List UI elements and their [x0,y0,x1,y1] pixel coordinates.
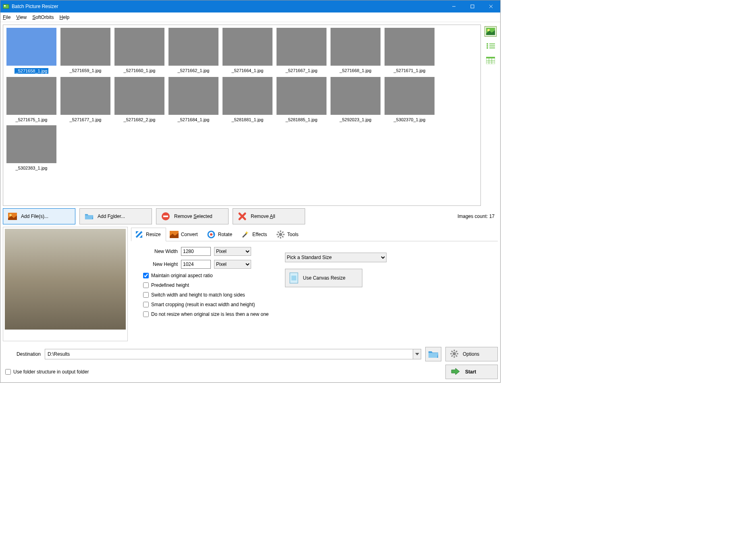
thumbnail-label: _5271684_1.jpg [178,117,210,122]
tab-convert[interactable]: Convert [166,227,203,241]
options-button[interactable]: Options [445,347,498,361]
thumbnail-image [385,77,435,115]
thumbnail-image [60,77,110,115]
rotate-icon [207,230,216,239]
destination-input[interactable] [45,349,413,359]
do-not-resize-checkbox[interactable]: Do not resize when original size is less… [143,311,269,317]
thumbnail-image [114,77,164,115]
new-width-label: New Width [143,249,178,254]
thumbnail-item[interactable]: _5271684_1.jpg [167,76,220,123]
svg-point-28 [210,233,212,236]
view-thumbnails-button[interactable] [485,26,497,37]
svg-point-40 [453,352,456,355]
bottom-row: Use folder structure in output folder St… [0,363,500,382]
thumbnail-item[interactable]: _5271667_1.jpg [275,27,328,75]
menu-file[interactable]: File [3,15,10,20]
thumbnail-panel[interactable]: _5271658_1.jpg_5271659_1.jpg_5271660_1.j… [3,25,481,206]
destination-combo[interactable] [45,349,421,359]
thumbnail-label: _5281881_1.jpg [232,117,264,122]
tab-effects[interactable]: Effects [237,227,272,241]
app-icon [3,3,9,10]
predefined-height-checkbox[interactable]: Predefined height [143,282,269,288]
actions-row: Add File(s)... Add Folder... Remove Sele… [0,206,500,227]
effects-icon [241,230,250,239]
remove-selected-button[interactable]: Remove Selected [156,208,229,224]
standard-size-select[interactable]: Pick a Standard Size [285,253,387,262]
add-folder-button[interactable]: Add Folder... [79,208,152,224]
thumbnail-label: _5271667_1.jpg [286,68,318,73]
thumbnail-label: _5271668_1.jpg [340,68,372,73]
chevron-down-icon[interactable] [413,349,421,359]
titlebar: Batch Picture Resizer [0,0,500,12]
height-unit-select[interactable]: Pixel [214,260,251,269]
thumbnail-item[interactable]: _5271668_1.jpg [329,27,382,75]
view-toolbar [483,25,498,206]
convert-icon [170,230,179,239]
thumbnail-item[interactable]: _5271671_1.jpg [383,27,436,75]
destination-label: Destination [3,351,41,357]
menu-view[interactable]: View [16,15,27,20]
thumbnail-image [331,77,381,115]
window-title: Batch Picture Resizer [12,4,445,9]
new-width-input[interactable] [181,247,211,256]
thumbnail-image [223,28,272,66]
thumbnail-item[interactable]: _5271662_1.jpg [167,27,220,75]
new-height-input[interactable] [181,260,211,269]
thumbnail-item[interactable]: _5271664_1.jpg [221,27,274,75]
svg-line-36 [282,232,283,233]
thumbnail-label: _5292023_1.jpg [340,117,372,122]
images-count-label: Images count: 17 [458,214,498,219]
new-height-label: New Height [143,261,178,267]
use-folder-structure-checkbox[interactable]: Use folder structure in output folder [5,369,89,375]
window-controls [445,0,500,12]
tab-rotate[interactable]: Rotate [203,227,237,241]
close-button[interactable] [482,0,500,12]
svg-line-48 [451,355,453,357]
start-button[interactable]: Start [445,365,498,379]
resize-icon [135,230,143,239]
thumbnail-label: _5302383_1.jpg [16,166,48,170]
svg-line-34 [278,232,279,233]
thumbnail-item[interactable]: _5271682_2.jpg [113,76,166,123]
switch-wh-checkbox[interactable]: Switch width and height to match long si… [143,292,269,298]
width-unit-select[interactable]: Pixel [214,247,251,256]
thumbnail-label: _5271659_1.jpg [70,68,102,73]
svg-rect-9 [489,44,495,44]
thumbnail-item[interactable]: _5302383_1.jpg [5,124,58,171]
maintain-ratio-checkbox[interactable]: Maintain original aspect ratio [143,273,269,278]
thumbnail-item[interactable]: _5302370_1.jpg [383,76,436,123]
minimize-button[interactable] [445,0,463,12]
svg-line-47 [456,351,457,352]
folder-icon [85,212,94,221]
maximize-button[interactable] [463,0,482,12]
thumbnail-item[interactable]: _5271658_1.jpg [5,27,58,75]
remove-icon [161,212,170,221]
svg-line-35 [282,236,283,237]
thumbnail-item[interactable]: _5281885_1.jpg [275,76,328,123]
thumbnail-item[interactable]: _5271659_1.jpg [59,27,112,75]
view-details-button[interactable] [485,55,497,66]
thumbnail-item[interactable]: _5271677_1.jpg [59,76,112,123]
menubar: File View SoftOrbits Help [0,12,500,22]
lower-section: Resize Convert Rotate Effects Tools [0,227,500,344]
thumbnail-label: _5302370_1.jpg [394,117,426,122]
view-list-button[interactable] [485,41,497,51]
thumbnail-item[interactable]: _5271675_1.jpg [5,76,58,123]
remove-all-button[interactable]: Remove All [233,208,305,224]
thumbnail-item[interactable]: _5292023_1.jpg [329,76,382,123]
menu-help[interactable]: Help [60,15,70,20]
thumbnail-image [6,77,56,115]
svg-rect-14 [486,57,495,58]
thumbnail-item[interactable]: _5281881_1.jpg [221,76,274,123]
svg-line-45 [451,351,453,352]
thumbnail-image [114,28,164,66]
thumbnail-image [331,28,381,66]
add-files-button[interactable]: Add File(s)... [3,208,75,224]
smart-crop-checkbox[interactable]: Smart cropping (result in exact width an… [143,302,269,307]
menu-softorbits[interactable]: SoftOrbits [32,15,54,20]
browse-folder-button[interactable] [425,347,441,361]
canvas-resize-button[interactable]: Use Canvas Resize [285,269,362,287]
thumbnail-item[interactable]: _5271660_1.jpg [113,27,166,75]
tab-tools[interactable]: Tools [272,227,304,241]
tab-resize[interactable]: Resize [131,228,166,241]
